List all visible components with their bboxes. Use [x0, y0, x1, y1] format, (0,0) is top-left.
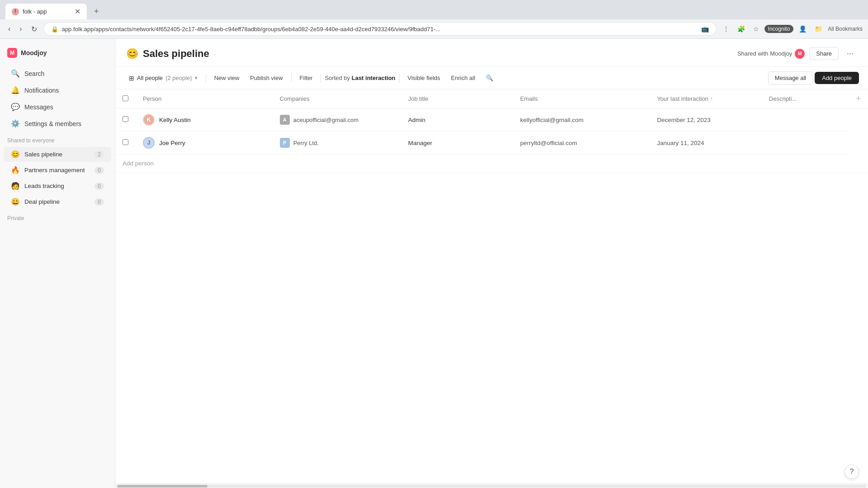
add-person-row[interactable]: Add person [115, 155, 868, 173]
address-bar[interactable]: 🔒 app.folk.app/apps/contacts/network/4f6… [43, 22, 717, 36]
shared-section-label: Shared to everyone [0, 132, 115, 146]
partners-count: 0 [94, 167, 104, 174]
messages-icon: 💬 [11, 103, 20, 111]
person-name-1[interactable]: Kelly Austin [159, 117, 191, 123]
jobtitle-column-header[interactable]: Job title [401, 89, 513, 108]
person-column-header[interactable]: Person [136, 89, 273, 108]
last-interaction-column-header[interactable]: Your last interaction ↑ [650, 89, 762, 108]
filter-button[interactable]: Filter [295, 72, 317, 84]
refresh-button[interactable]: ↻ [28, 23, 40, 35]
toolbar-divider-2 [291, 74, 292, 83]
sidebar-item-notifications[interactable]: 🔔 Notifications [4, 82, 111, 98]
sidebar-item-partners-management[interactable]: 🔥 Partners management 0 [4, 163, 111, 178]
sidebar-item-deal-pipeline[interactable]: 😀 Deal pipeline 0 [4, 194, 111, 209]
browser-extra-buttons: ⋮ 🧩 ☆ Incognito 👤 📁 All Bookmarks [720, 23, 863, 34]
new-tab-button[interactable]: + [90, 5, 103, 18]
sidebar-nav-notifications-label: Notifications [24, 87, 59, 94]
table-header-row: Person Companies Job title [115, 89, 868, 108]
all-people-chevron-icon: ▾ [195, 75, 198, 81]
search-icon: 🔍 [11, 69, 20, 78]
browser-tab-bar: f folk - app ✕ + [0, 0, 868, 19]
add-column-header[interactable]: + [849, 89, 868, 108]
notifications-icon: 🔔 [11, 86, 20, 94]
tab-title: folk - app [23, 8, 47, 15]
all-bookmarks-button[interactable]: 📁 [812, 23, 825, 34]
add-person-cell[interactable]: Add person [115, 155, 868, 173]
lock-icon: 🔒 [51, 26, 58, 33]
email-2: perryltd@official.com [520, 140, 577, 146]
company-name-1[interactable]: aceupofficial@gmail.com [293, 117, 359, 123]
message-all-button[interactable]: Message all [768, 71, 813, 84]
sidebar-item-settings[interactable]: ⚙️ Settings & members [4, 116, 111, 131]
job-title-2: Manager [408, 140, 432, 146]
person-cell-1: K Kelly Austin [136, 108, 273, 131]
last-interaction-cell-1: December 12, 2023 [650, 108, 762, 131]
row-checkbox-2[interactable] [115, 131, 136, 155]
leads-count: 0 [94, 183, 104, 190]
sidebar-item-leads-tracking[interactable]: 🧑 Leads tracking 0 [4, 178, 111, 193]
sidebar-item-search[interactable]: 🔍 Search [4, 66, 111, 81]
enrich-all-button[interactable]: Enrich all [447, 72, 480, 84]
last-interaction-cell-2: January 11, 2024 [650, 131, 762, 155]
checkbox-column-header [115, 89, 136, 108]
extensions-button[interactable]: 🧩 [735, 23, 748, 34]
person-avatar-1: K [143, 114, 155, 126]
last-interaction-date-1: December 12, 2023 [657, 117, 711, 123]
share-button[interactable]: Share [809, 47, 839, 60]
add-people-button[interactable]: Add people [815, 72, 859, 84]
desc-cell-1 [762, 108, 849, 131]
help-button[interactable]: ? [844, 465, 859, 479]
brand-name: Moodjoy [21, 49, 47, 56]
company-name-2[interactable]: Perry Ltd. [293, 140, 319, 146]
person-cell-2: J Joe Perry [136, 131, 273, 155]
back-button[interactable]: ‹ [5, 23, 13, 35]
browser-menu-button[interactable]: ⋮ [720, 23, 732, 34]
companies-column-header[interactable]: Companies [273, 89, 401, 108]
forward-button[interactable]: › [17, 23, 24, 35]
row-select-checkbox-2[interactable] [123, 139, 128, 145]
sidebar-brand[interactable]: M Moodjoy [0, 44, 115, 65]
private-section-label: Private [0, 210, 115, 224]
sales-pipeline-label: Sales pipeline [24, 151, 90, 158]
description-column-header[interactable]: Descripti... [762, 89, 849, 108]
browser-tab[interactable]: f folk - app ✕ [5, 4, 87, 19]
more-options-button[interactable]: ··· [843, 47, 857, 60]
search-toolbar-button[interactable]: 🔍 [481, 72, 498, 84]
add-person-label[interactable]: Add person [123, 160, 154, 167]
publish-view-button[interactable]: Publish view [245, 72, 287, 84]
person-name-2[interactable]: Joe Perry [159, 140, 185, 146]
table-row: K Kelly Austin A aceupofficial@gmail.com [115, 108, 868, 131]
page-emoji: 😊 [126, 48, 138, 60]
desc-cell-2 [762, 131, 849, 155]
main-content: 😊 Sales pipeline Shared with Moodjoy M S… [115, 39, 868, 488]
grid-icon: ⊞ [129, 75, 134, 82]
email-1: kellyofficial@gmail.com [520, 117, 583, 123]
sidebar-nav-search-label: Search [24, 70, 44, 77]
tab-close-button[interactable]: ✕ [75, 7, 80, 16]
leads-icon: 🧑 [11, 182, 20, 190]
toolbar-divider-3 [321, 74, 321, 83]
email-cell-2: perryltd@official.com [513, 131, 650, 155]
person-avatar-2: J [143, 137, 155, 149]
bookmark-button[interactable]: ☆ [750, 23, 762, 34]
emails-column-header[interactable]: Emails [513, 89, 650, 108]
horizontal-scrollbar[interactable] [115, 483, 868, 488]
jobtitle-cell-2: Manager [401, 131, 513, 155]
select-all-checkbox[interactable] [123, 95, 128, 101]
partners-label: Partners management [24, 167, 90, 174]
sidebar-item-messages[interactable]: 💬 Messages [4, 99, 111, 115]
sidebar-item-sales-pipeline[interactable]: 😊 Sales pipeline 2 [4, 147, 111, 162]
row-checkbox-1[interactable] [115, 108, 136, 131]
tab-favicon: f [12, 8, 19, 15]
row-select-checkbox-1[interactable] [123, 116, 128, 122]
all-people-button[interactable]: ⊞ All people (2 people) ▾ [124, 72, 202, 84]
profile-button[interactable]: 👤 [796, 23, 809, 34]
browser-chrome: f folk - app ✕ + ‹ › ↻ 🔒 app.folk.app/ap… [0, 0, 868, 39]
sales-pipeline-icon: 😊 [11, 150, 20, 159]
page-title-area: 😊 Sales pipeline [126, 48, 737, 60]
visible-fields-button[interactable]: Visible fields [403, 72, 445, 84]
toolbar-divider-1 [206, 74, 206, 83]
scroll-thumb[interactable] [117, 485, 208, 488]
new-view-button[interactable]: New view [210, 72, 244, 84]
settings-icon: ⚙️ [11, 119, 20, 128]
